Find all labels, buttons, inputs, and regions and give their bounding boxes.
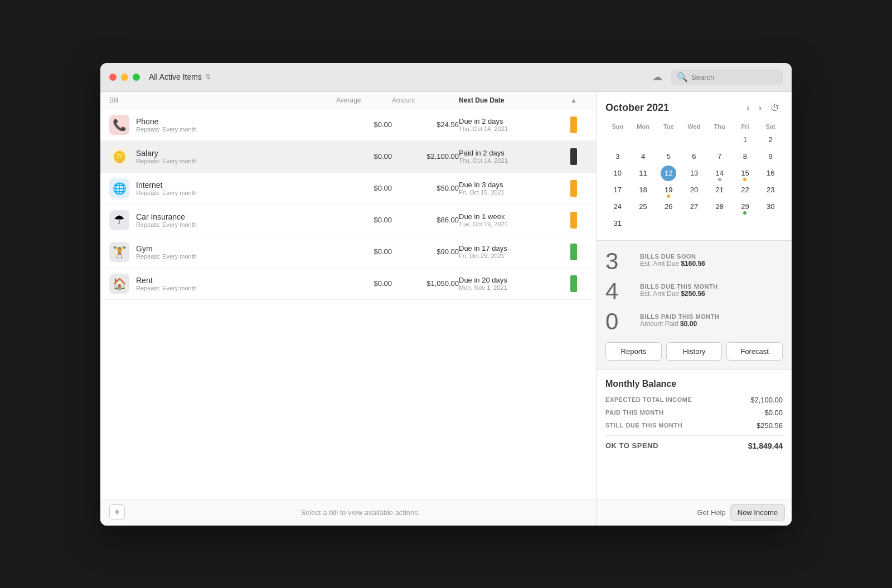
bill-info-rent: 🏠 Rent Repeats: Every month <box>109 274 336 294</box>
col-sort-icon: ▲ <box>570 96 587 104</box>
table-row[interactable]: 🪙 Salary Repeats: Every month $0.00 $2,1… <box>100 141 596 173</box>
bill-name: Car Insurance <box>136 212 197 221</box>
cal-day-21[interactable]: 21 <box>712 182 728 198</box>
due-date: Thu, Oct 14, 2021 <box>459 125 570 132</box>
bill-amount: $2,100.00 <box>392 152 459 161</box>
cal-header-wed: Wed <box>682 122 706 131</box>
cal-day-23[interactable]: 23 <box>763 182 778 198</box>
cal-day-27[interactable]: 27 <box>686 199 702 215</box>
main-content: Bill Average Amount Next Due Date ▲ 📞 Ph… <box>100 92 792 526</box>
due-date: Mon, Nov 1, 2021 <box>459 284 570 291</box>
cal-day-25[interactable]: 25 <box>636 199 651 215</box>
get-help-button[interactable]: Get Help <box>697 508 725 517</box>
close-button[interactable] <box>109 74 117 81</box>
forecast-button[interactable]: Forecast <box>726 342 783 361</box>
cal-day-13[interactable]: 13 <box>686 166 702 181</box>
traffic-lights <box>109 74 140 81</box>
bill-name: Rent <box>136 276 197 285</box>
new-income-button[interactable]: New Income <box>730 504 785 521</box>
maximize-button[interactable] <box>133 74 140 81</box>
color-indicator <box>570 212 577 229</box>
main-window: All Active Items ⇅ ☁ 🔍 Bill Average Amou… <box>100 63 792 526</box>
bill-average: $0.00 <box>336 247 392 256</box>
search-input[interactable] <box>691 73 777 81</box>
stat-amount-value-due-soon: $160.56 <box>681 260 705 268</box>
cal-day-10[interactable]: 10 <box>610 166 626 181</box>
balance-label-income: EXPECTED TOTAL INCOME <box>605 396 692 403</box>
due-date: Fri, Oct 29, 2021 <box>459 252 570 259</box>
calendar-grid: Sun Mon Tue Wed Thu Fri Sat 1 2 3 <box>605 122 783 231</box>
balance-row-ok-to-spend: OK TO SPEND $1,849.44 <box>605 441 783 450</box>
cal-day-8[interactable]: 8 <box>737 149 753 164</box>
stats-section: 3 BILLS DUE SOON Est. Amt Due $160.56 4 … <box>597 241 792 342</box>
cal-day-11[interactable]: 11 <box>636 166 651 181</box>
calendar-history-button[interactable]: ⏱ <box>767 101 783 115</box>
cal-day-30[interactable]: 30 <box>763 199 778 215</box>
balance-label-still-due: STILL DUE THIS MONTH <box>605 422 682 429</box>
cal-day-20[interactable]: 20 <box>686 182 702 198</box>
stat-amount-paid-month: Amount Paid $0.00 <box>640 320 719 328</box>
cal-day-4[interactable]: 4 <box>636 149 651 164</box>
cal-day-22[interactable]: 22 <box>737 182 753 198</box>
cal-day-16[interactable]: 16 <box>763 166 778 181</box>
col-bill: Bill <box>109 96 336 104</box>
table-header: Bill Average Amount Next Due Date ▲ <box>100 92 596 109</box>
bill-amount: $1,050.00 <box>392 279 459 288</box>
phone-icon: 📞 <box>109 115 129 135</box>
balance-label-paid: PAID THIS MONTH <box>605 409 663 416</box>
add-bill-button[interactable]: + <box>109 504 125 520</box>
bill-repeat: Repeats: Every month <box>136 158 197 164</box>
calendar-next-button[interactable]: › <box>755 101 765 115</box>
stat-info-paid-month: BILLS PAID THIS MONTH Amount Paid $0.00 <box>640 310 719 328</box>
monthly-balance: Monthly Balance EXPECTED TOTAL INCOME $2… <box>597 370 792 499</box>
reports-button[interactable]: Reports <box>605 342 662 361</box>
history-button[interactable]: History <box>666 342 723 361</box>
cal-day-18[interactable]: 18 <box>636 182 651 198</box>
cal-day-2[interactable]: 2 <box>763 132 778 148</box>
cal-day-29[interactable]: 29 <box>737 199 753 215</box>
minimize-button[interactable] <box>121 74 128 81</box>
cal-day-12-today[interactable]: 12 <box>661 166 676 181</box>
cal-day-31[interactable]: 31 <box>610 216 626 231</box>
due-info: Due in 2 days Thu, Oct 14, 2021 <box>459 117 570 132</box>
cal-day-6[interactable]: 6 <box>686 149 702 164</box>
bottom-hint: Select a bill to view available actions. <box>301 508 420 517</box>
cal-day-17[interactable]: 17 <box>610 182 626 198</box>
table-row[interactable]: 📞 Phone Repeats: Every month $0.00 $24.5… <box>100 109 596 141</box>
cal-day-7[interactable]: 7 <box>712 149 728 164</box>
salary-icon: 🪙 <box>109 147 129 167</box>
cal-day-3[interactable]: 3 <box>610 149 626 164</box>
bill-amount: $50.00 <box>392 184 459 192</box>
table-row[interactable]: ☂ Car Insurance Repeats: Every month $0.… <box>100 205 596 236</box>
table-row[interactable]: 🏠 Rent Repeats: Every month $0.00 $1,050… <box>100 268 596 300</box>
left-panel: Bill Average Amount Next Due Date ▲ 📞 Ph… <box>100 92 597 526</box>
search-bar[interactable]: 🔍 <box>671 70 783 85</box>
view-selector[interactable]: All Active Items ⇅ <box>149 72 211 81</box>
cal-header-mon: Mon <box>631 122 656 131</box>
cal-day-14[interactable]: 14 <box>712 166 728 181</box>
cal-day-19[interactable]: 19 <box>661 182 676 198</box>
table-row[interactable]: 🌐 Internet Repeats: Every month $0.00 $5… <box>100 173 596 205</box>
calendar-prev-button[interactable]: ‹ <box>743 101 753 115</box>
bill-repeat: Repeats: Every month <box>136 221 197 228</box>
cal-header-thu: Thu <box>707 122 732 131</box>
table-row[interactable]: 🏋 Gym Repeats: Every month $0.00 $90.00 … <box>100 236 596 268</box>
cal-day-26[interactable]: 26 <box>661 199 676 215</box>
gym-icon: 🏋 <box>109 242 129 262</box>
cal-day-9[interactable]: 9 <box>763 149 778 164</box>
bill-name: Gym <box>136 244 197 253</box>
due-main: Due in 1 week <box>459 212 570 221</box>
cal-day-1[interactable]: 1 <box>737 132 753 148</box>
cal-day-28[interactable]: 28 <box>712 199 728 215</box>
calendar-title: October 2021 <box>605 102 743 114</box>
cal-day-24[interactable]: 24 <box>610 199 626 215</box>
calendar-nav: ‹ › ⏱ <box>743 101 783 115</box>
cal-day-15[interactable]: 15 <box>737 166 753 181</box>
cal-day-empty <box>686 132 702 148</box>
color-indicator <box>570 275 577 292</box>
col-next-due: Next Due Date <box>459 96 570 104</box>
bill-name: Salary <box>136 149 197 158</box>
due-main: Due in 17 days <box>459 244 570 252</box>
stat-info-due-month: BILLS DUE THIS MONTH Est. Amt Due $250.5… <box>640 280 718 298</box>
cal-day-5[interactable]: 5 <box>661 149 676 164</box>
